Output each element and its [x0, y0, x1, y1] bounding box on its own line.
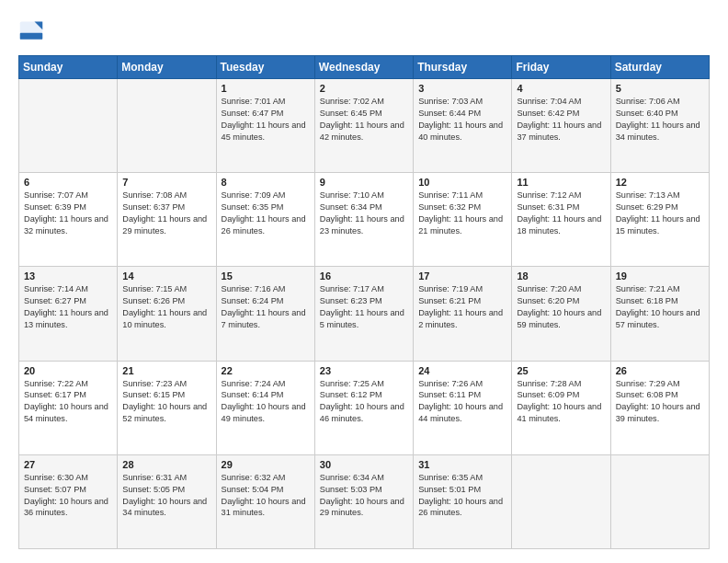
- day-details: Sunrise: 7:22 AM Sunset: 6:17 PM Dayligh…: [24, 378, 112, 426]
- day-details: Sunrise: 7:04 AM Sunset: 6:42 PM Dayligh…: [517, 96, 605, 144]
- calendar-table: SundayMondayTuesdayWednesdayThursdayFrid…: [18, 55, 710, 549]
- calendar-cell: 3Sunrise: 7:03 AM Sunset: 6:44 PM Daylig…: [414, 79, 512, 173]
- day-details: Sunrise: 6:35 AM Sunset: 5:01 PM Dayligh…: [418, 472, 506, 520]
- day-details: Sunrise: 7:24 AM Sunset: 6:14 PM Dayligh…: [222, 378, 310, 426]
- day-number: 17: [418, 270, 506, 282]
- calendar-cell: [512, 454, 610, 548]
- weekday-header-saturday: Saturday: [610, 56, 709, 79]
- day-details: Sunrise: 7:14 AM Sunset: 6:27 PM Dayligh…: [24, 283, 112, 331]
- day-number: 21: [122, 365, 210, 376]
- day-details: Sunrise: 6:31 AM Sunset: 5:05 PM Dayligh…: [122, 472, 210, 520]
- calendar-cell: 10Sunrise: 7:11 AM Sunset: 6:32 PM Dayli…: [414, 173, 512, 267]
- weekday-header-tuesday: Tuesday: [216, 56, 314, 79]
- day-number: 4: [517, 83, 605, 94]
- calendar-cell: 9Sunrise: 7:10 AM Sunset: 6:34 PM Daylig…: [314, 173, 413, 267]
- day-number: 3: [418, 83, 506, 94]
- day-number: 14: [122, 270, 210, 282]
- calendar-cell: 24Sunrise: 7:26 AM Sunset: 6:11 PM Dayli…: [414, 361, 512, 454]
- day-details: Sunrise: 6:32 AM Sunset: 5:04 PM Dayligh…: [222, 472, 310, 520]
- day-details: Sunrise: 7:16 AM Sunset: 6:24 PM Dayligh…: [222, 283, 310, 331]
- calendar-week-row: 13Sunrise: 7:14 AM Sunset: 6:27 PM Dayli…: [19, 267, 710, 361]
- calendar-cell: 28Sunrise: 6:31 AM Sunset: 5:05 PM Dayli…: [118, 454, 216, 548]
- day-number: 28: [122, 459, 210, 470]
- day-details: Sunrise: 7:25 AM Sunset: 6:12 PM Dayligh…: [320, 378, 408, 426]
- page: SundayMondayTuesdayWednesdayThursdayFrid…: [0, 0, 728, 563]
- calendar-cell: 8Sunrise: 7:09 AM Sunset: 6:35 PM Daylig…: [216, 173, 314, 267]
- day-number: 20: [24, 365, 112, 376]
- day-details: Sunrise: 7:21 AM Sunset: 6:18 PM Dayligh…: [616, 283, 704, 331]
- day-number: 29: [222, 459, 310, 470]
- calendar-cell: 12Sunrise: 7:13 AM Sunset: 6:29 PM Dayli…: [610, 173, 709, 267]
- weekday-header-thursday: Thursday: [414, 56, 512, 79]
- calendar-week-row: 6Sunrise: 7:07 AM Sunset: 6:39 PM Daylig…: [19, 173, 710, 267]
- calendar-cell: 13Sunrise: 7:14 AM Sunset: 6:27 PM Dayli…: [19, 267, 118, 361]
- day-details: Sunrise: 7:06 AM Sunset: 6:40 PM Dayligh…: [616, 96, 704, 144]
- calendar-cell: 30Sunrise: 6:34 AM Sunset: 5:03 PM Dayli…: [314, 454, 413, 548]
- calendar-cell: 25Sunrise: 7:28 AM Sunset: 6:09 PM Dayli…: [512, 361, 610, 454]
- calendar-cell: 2Sunrise: 7:02 AM Sunset: 6:45 PM Daylig…: [314, 79, 413, 173]
- day-number: 16: [320, 270, 408, 282]
- day-number: 5: [616, 83, 704, 94]
- day-details: Sunrise: 7:01 AM Sunset: 6:47 PM Dayligh…: [222, 96, 310, 144]
- day-details: Sunrise: 7:12 AM Sunset: 6:31 PM Dayligh…: [517, 190, 605, 237]
- weekday-header-sunday: Sunday: [19, 56, 118, 79]
- day-number: 11: [517, 177, 605, 188]
- day-number: 30: [320, 459, 408, 470]
- calendar-cell: 27Sunrise: 6:30 AM Sunset: 5:07 PM Dayli…: [19, 454, 118, 548]
- day-number: 25: [517, 365, 605, 376]
- day-details: Sunrise: 7:17 AM Sunset: 6:23 PM Dayligh…: [320, 283, 408, 331]
- day-number: 27: [24, 459, 112, 470]
- calendar-cell: 21Sunrise: 7:23 AM Sunset: 6:15 PM Dayli…: [118, 361, 216, 454]
- calendar-cell: 5Sunrise: 7:06 AM Sunset: 6:40 PM Daylig…: [610, 79, 709, 173]
- calendar-week-row: 27Sunrise: 6:30 AM Sunset: 5:07 PM Dayli…: [19, 454, 710, 548]
- day-number: 8: [222, 177, 310, 188]
- calendar-cell: 19Sunrise: 7:21 AM Sunset: 6:18 PM Dayli…: [610, 267, 709, 361]
- day-number: 2: [320, 83, 408, 94]
- calendar-cell: 17Sunrise: 7:19 AM Sunset: 6:21 PM Dayli…: [414, 267, 512, 361]
- calendar-week-row: 1Sunrise: 7:01 AM Sunset: 6:47 PM Daylig…: [19, 79, 710, 173]
- day-details: Sunrise: 7:03 AM Sunset: 6:44 PM Dayligh…: [418, 96, 506, 144]
- day-number: 15: [222, 270, 310, 282]
- day-details: Sunrise: 7:10 AM Sunset: 6:34 PM Dayligh…: [320, 190, 408, 237]
- weekday-header-friday: Friday: [512, 56, 610, 79]
- day-number: 18: [517, 270, 605, 282]
- day-number: 10: [418, 177, 506, 188]
- day-details: Sunrise: 7:19 AM Sunset: 6:21 PM Dayligh…: [418, 283, 506, 331]
- calendar-cell: 16Sunrise: 7:17 AM Sunset: 6:23 PM Dayli…: [314, 267, 413, 361]
- day-details: Sunrise: 7:29 AM Sunset: 6:08 PM Dayligh…: [616, 378, 704, 426]
- calendar-cell: 6Sunrise: 7:07 AM Sunset: 6:39 PM Daylig…: [19, 173, 118, 267]
- calendar-cell: 20Sunrise: 7:22 AM Sunset: 6:17 PM Dayli…: [19, 361, 118, 454]
- day-details: Sunrise: 7:08 AM Sunset: 6:37 PM Dayligh…: [122, 190, 210, 237]
- day-number: 22: [222, 365, 310, 376]
- weekday-header-monday: Monday: [118, 56, 216, 79]
- day-details: Sunrise: 7:09 AM Sunset: 6:35 PM Dayligh…: [222, 190, 310, 237]
- calendar-cell: 11Sunrise: 7:12 AM Sunset: 6:31 PM Dayli…: [512, 173, 610, 267]
- day-number: 7: [122, 177, 210, 188]
- calendar-cell: [19, 79, 118, 173]
- day-details: Sunrise: 7:20 AM Sunset: 6:20 PM Dayligh…: [517, 283, 605, 331]
- day-number: 24: [418, 365, 506, 376]
- day-details: Sunrise: 7:02 AM Sunset: 6:45 PM Dayligh…: [320, 96, 408, 144]
- calendar-cell: 31Sunrise: 6:35 AM Sunset: 5:01 PM Dayli…: [414, 454, 512, 548]
- calendar-cell: 29Sunrise: 6:32 AM Sunset: 5:04 PM Dayli…: [216, 454, 314, 548]
- calendar-cell: [610, 454, 709, 548]
- calendar-cell: 14Sunrise: 7:15 AM Sunset: 6:26 PM Dayli…: [118, 267, 216, 361]
- day-details: Sunrise: 6:30 AM Sunset: 5:07 PM Dayligh…: [24, 472, 112, 520]
- logo: [18, 18, 48, 44]
- calendar-cell: 22Sunrise: 7:24 AM Sunset: 6:14 PM Dayli…: [216, 361, 314, 454]
- day-details: Sunrise: 7:15 AM Sunset: 6:26 PM Dayligh…: [122, 283, 210, 331]
- weekday-header-row: SundayMondayTuesdayWednesdayThursdayFrid…: [19, 56, 710, 79]
- day-details: Sunrise: 7:28 AM Sunset: 6:09 PM Dayligh…: [517, 378, 605, 426]
- day-details: Sunrise: 6:34 AM Sunset: 5:03 PM Dayligh…: [320, 472, 408, 520]
- day-number: 26: [616, 365, 704, 376]
- day-details: Sunrise: 7:07 AM Sunset: 6:39 PM Dayligh…: [24, 190, 112, 237]
- day-details: Sunrise: 7:13 AM Sunset: 6:29 PM Dayligh…: [616, 190, 704, 237]
- calendar-cell: 7Sunrise: 7:08 AM Sunset: 6:37 PM Daylig…: [118, 173, 216, 267]
- day-details: Sunrise: 7:23 AM Sunset: 6:15 PM Dayligh…: [122, 378, 210, 426]
- day-number: 13: [24, 270, 112, 282]
- day-details: Sunrise: 7:11 AM Sunset: 6:32 PM Dayligh…: [418, 190, 506, 237]
- calendar-week-row: 20Sunrise: 7:22 AM Sunset: 6:17 PM Dayli…: [19, 361, 710, 454]
- day-number: 19: [616, 270, 704, 282]
- day-number: 12: [616, 177, 704, 188]
- day-number: 9: [320, 177, 408, 188]
